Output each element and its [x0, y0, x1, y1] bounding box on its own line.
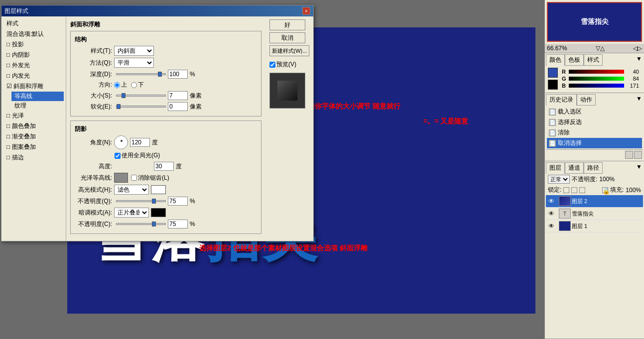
channel-b-slider[interactable] [569, 84, 624, 88]
sidebar-item-stroke[interactable]: □ 描边 [3, 152, 64, 163]
lock-transparent-btn[interactable] [563, 187, 569, 193]
tab-actions[interactable]: 动作 [577, 94, 596, 106]
sidebar-item-inner-shadow[interactable]: □ 内阴影 [3, 50, 64, 60]
depth-slider[interactable] [116, 73, 166, 75]
history-item-0[interactable]: 📄 载入选区 [547, 107, 642, 117]
anti-alias-label[interactable]: 消除锯齿(L) [131, 174, 169, 182]
blend-mode-select[interactable]: 正常 [548, 175, 570, 184]
channel-g-value: 84 [625, 76, 639, 82]
dialog-close-button[interactable]: × [302, 7, 310, 15]
channel-b-label: B [562, 83, 568, 89]
sidebar-item-pattern-overlay[interactable]: □ 图案叠加 [3, 142, 64, 152]
tab-layers[interactable]: 图层 [546, 162, 565, 174]
highlight-opacity-slider[interactable] [116, 200, 166, 202]
method-select[interactable]: 平滑 [114, 58, 154, 68]
size-input[interactable] [168, 91, 188, 100]
direction-down-radio[interactable] [131, 82, 137, 88]
highlight-opacity-input[interactable] [168, 197, 188, 206]
lock-all-btn[interactable]: 🔒 [602, 187, 608, 193]
tab-paths[interactable]: 路径 [584, 162, 603, 174]
altitude-unit: 度 [176, 162, 182, 171]
history-item-1[interactable]: 📄 选择反选 [547, 117, 642, 127]
altitude-row: 高度: 度 [75, 162, 257, 171]
sidebar-item-bevel[interactable]: ☑ 斜面和浮雕 [3, 81, 64, 92]
shadow-mode-select[interactable]: 正片叠底 [114, 208, 149, 218]
gloss-contour-thumb[interactable] [114, 173, 128, 183]
foreground-color[interactable] [548, 68, 558, 78]
layer-eye-1[interactable]: 👁 [548, 210, 555, 217]
preview-checkbox[interactable] [269, 62, 275, 68]
sidebar-item-color-overlay[interactable]: □ 颜色叠加 [3, 121, 64, 131]
sidebar-item-gloss[interactable]: □ 光泽 [3, 111, 64, 121]
layer-eye-2[interactable]: 👁 [548, 223, 555, 229]
soften-input[interactable] [168, 102, 188, 111]
altitude-input[interactable] [154, 162, 174, 171]
sidebar-item-shadow[interactable]: □ 投影 [3, 39, 64, 50]
channel-g-slider[interactable] [569, 77, 624, 81]
style-select[interactable]: 内斜面 [114, 46, 154, 56]
tab-styles[interactable]: 样式 [584, 54, 603, 66]
tab-color[interactable]: 颜色 [546, 54, 565, 66]
dialog-titlebar: 图层样式 × [1, 5, 313, 16]
layers-panel-collapse[interactable]: ▼ [635, 162, 643, 174]
sidebar-item-blend[interactable]: 混合选项:默认 [3, 29, 64, 39]
shadow-opacity-slider[interactable] [116, 223, 166, 225]
history-item-2[interactable]: 📄 清除 [547, 127, 642, 138]
new-style-button[interactable]: 新建样式(W)... [269, 45, 309, 56]
shadow-section: 阴影 角度(N): 度 使用全局光(G) [70, 120, 261, 234]
lock-image-btn[interactable] [571, 187, 577, 193]
background-color[interactable] [548, 80, 558, 90]
tab-channels[interactable]: 通道 [565, 162, 584, 174]
history-icon-1: 📄 [549, 119, 556, 126]
right-panel-preview: 雪落指尖 [547, 2, 642, 42]
history-panel-collapse[interactable]: ▼ [635, 94, 643, 106]
dialog-title: 图层样式 [4, 7, 28, 15]
angle-row: 角度(N): 度 [75, 135, 257, 149]
lock-position-btn[interactable] [579, 187, 585, 193]
layer-item-1[interactable]: 👁 T 雪落指尖 [546, 208, 643, 220]
shadow-opacity-label: 不透明度(C): [75, 220, 112, 228]
tab-swatches[interactable]: 色板 [565, 54, 584, 66]
ok-button[interactable]: 好 [269, 19, 305, 30]
annotation-5: 选择图层2 也就是那个素材图层设置混合选项 斜面浮雕 [199, 244, 368, 253]
layer-thumb-2 [559, 221, 571, 231]
layer-item-0[interactable]: 👁 图层 2 [546, 195, 643, 208]
layers-blend-row: 正常 不透明度: 100% [546, 174, 643, 185]
history-item-3[interactable]: 📄 取消选择 [547, 138, 642, 148]
direction-up-radio[interactable] [114, 82, 120, 88]
layers-panel-tabs: 图层 通道 路径 ▼ [546, 162, 643, 174]
cancel-button[interactable]: 取消 [269, 32, 305, 43]
history-delete-btn[interactable] [634, 151, 642, 159]
angle-dial[interactable] [114, 135, 128, 149]
history-new-btn[interactable] [625, 151, 633, 159]
layer-item-2[interactable]: 👁 图层 1 [546, 220, 643, 232]
direction-up-label[interactable]: 上 [114, 81, 127, 89]
use-global-checkbox[interactable] [115, 153, 121, 159]
soften-slider[interactable] [116, 106, 166, 108]
channel-r-slider[interactable] [569, 70, 624, 74]
size-slider[interactable] [116, 95, 166, 97]
use-global-label[interactable]: 使用全局光(G) [115, 151, 160, 160]
depth-input[interactable] [168, 70, 188, 79]
soften-row: 软化(E): 像素 [75, 102, 257, 111]
anti-alias-checkbox[interactable] [131, 175, 137, 181]
right-panel: 雪落指尖 66.67% ▽△ ◁▷ 颜色 色板 样式 ▼ R 40 [544, 0, 644, 339]
sidebar-item-outer-glow[interactable]: □ 外发光 [3, 60, 64, 71]
angle-input[interactable] [130, 138, 150, 147]
layers-lock-row: 锁定: 🔒 填充: 100% [546, 185, 643, 195]
highlight-color-swatch[interactable] [151, 185, 166, 194]
shadow-color-swatch[interactable] [151, 208, 166, 217]
color-panel-collapse[interactable]: ▼ [635, 54, 643, 66]
shadow-opacity-input[interactable] [168, 220, 188, 228]
sidebar-item-style[interactable]: 样式 [3, 18, 64, 29]
sidebar-item-gradient-overlay[interactable]: □ 渐变叠加 [3, 131, 64, 142]
direction-down-label[interactable]: 下 [131, 81, 144, 89]
sidebar-sub-item-texture[interactable]: 纹理 [11, 101, 64, 111]
highlight-mode-select[interactable]: 滤色 [114, 185, 149, 195]
sidebar-sub-item-contour[interactable]: 等高线 [11, 92, 64, 101]
sidebar-item-inner-glow[interactable]: □ 内发光 [3, 71, 64, 81]
history-icon-0: 📄 [549, 109, 556, 115]
tab-history[interactable]: 历史记录 [546, 94, 577, 106]
layer-eye-0[interactable]: 👁 [548, 198, 555, 205]
size-label: 大小(S): [75, 92, 112, 100]
